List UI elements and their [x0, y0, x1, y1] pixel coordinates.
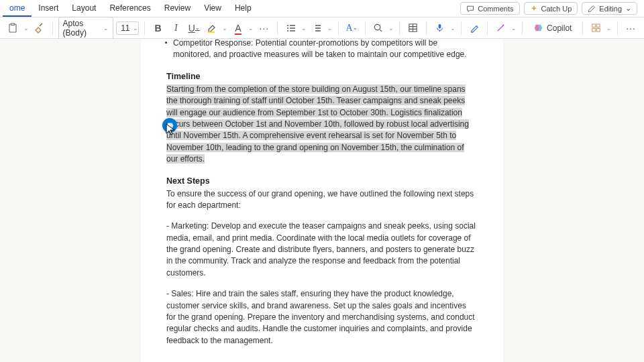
tab-insert[interactable]: Insert	[32, 1, 65, 17]
separator	[399, 21, 400, 35]
editing-mode-button[interactable]: Editing ⌄	[582, 2, 637, 15]
grid-icon	[591, 23, 601, 33]
format-painter-button[interactable]	[32, 19, 47, 37]
svg-rect-12	[592, 28, 596, 32]
chevron-down-icon[interactable]: ⌄	[450, 25, 455, 32]
mouse-cursor-icon	[166, 123, 176, 137]
paste-button[interactable]	[5, 19, 21, 37]
numbered-list-icon	[311, 23, 322, 34]
svg-rect-2	[208, 32, 215, 33]
addins-button[interactable]	[588, 19, 604, 37]
chevron-down-icon: ⌄	[133, 25, 138, 32]
separator	[426, 21, 427, 35]
menu-bar: ome Insert Layout References Review View…	[0, 0, 644, 17]
pencil-icon	[588, 5, 596, 13]
separator	[461, 21, 462, 35]
more-font-button[interactable]: ···	[256, 19, 272, 37]
styles-button[interactable]: A⌄	[344, 19, 360, 37]
separator	[338, 21, 339, 35]
heading-timeline[interactable]: Timeline	[166, 72, 478, 81]
font-family-value: Aptos (Body)	[63, 19, 101, 38]
more-toolbar-button[interactable]: ···	[623, 19, 639, 37]
chevron-down-icon: ⌄	[103, 25, 109, 32]
chevron-down-icon[interactable]: ⌄	[23, 25, 29, 32]
document-canvas[interactable]: Competitor Response: Potential counter‑p…	[0, 39, 644, 362]
bold-button[interactable]: B	[150, 19, 166, 37]
chevron-down-icon[interactable]: ⌄	[606, 25, 612, 32]
svg-point-3	[287, 25, 288, 26]
svg-point-5	[287, 30, 288, 32]
toolbar: ⌄ Aptos (Body) ⌄ 11 ⌄ B I U ⌄ ⌄ A ⌄ ··· …	[0, 17, 644, 39]
designer-button[interactable]	[493, 19, 508, 37]
tab-home[interactable]: ome	[3, 1, 32, 17]
svg-rect-13	[597, 28, 600, 32]
tab-layout[interactable]: Layout	[65, 1, 103, 17]
svg-rect-1	[11, 23, 15, 25]
chevron-down-icon[interactable]: ⌄	[511, 25, 517, 32]
copilot-label: Copilot	[547, 23, 572, 33]
chevron-down-icon[interactable]: ⌄	[327, 25, 333, 32]
comment-icon	[466, 5, 474, 13]
font-color-button[interactable]: A	[230, 19, 246, 37]
svg-rect-10	[592, 24, 596, 27]
menu-tabs: ome Insert Layout References Review View…	[3, 1, 258, 17]
numbering-button[interactable]	[309, 19, 325, 37]
paragraph-next-intro[interactable]: To ensure the success of our grand openi…	[166, 188, 478, 212]
heading-next-steps[interactable]: Next Steps	[166, 176, 478, 186]
svg-point-4	[287, 27, 288, 29]
chevron-down-icon[interactable]: ⌄	[301, 25, 307, 32]
tab-view[interactable]: View	[197, 1, 228, 17]
table-icon	[408, 23, 418, 33]
editor-button[interactable]	[467, 19, 482, 37]
highlighter-icon	[207, 23, 217, 34]
table-button[interactable]	[405, 19, 421, 37]
find-button[interactable]	[370, 19, 386, 37]
comments-label: Comments	[478, 5, 513, 13]
bullet-dot-icon	[165, 42, 167, 44]
paragraph-sales[interactable]: - Sales: Hire and train the sales staff,…	[166, 288, 478, 347]
separator	[365, 21, 366, 35]
editing-label: Editing	[599, 5, 622, 13]
dictate-button[interactable]	[432, 19, 447, 37]
document-page[interactable]: Competitor Response: Potential counter‑p…	[141, 39, 503, 362]
separator	[582, 21, 583, 35]
svg-point-9	[503, 25, 504, 26]
separator	[277, 21, 278, 35]
tab-references[interactable]: References	[103, 1, 157, 17]
italic-button[interactable]: I	[168, 19, 184, 37]
catchup-button[interactable]: Catch Up	[524, 2, 578, 15]
microphone-icon	[435, 23, 445, 33]
copilot-icon	[533, 23, 543, 33]
chevron-down-icon[interactable]: ⌄	[248, 25, 254, 32]
sparkle-icon	[530, 5, 538, 13]
bullet-item[interactable]: Competitor Response: Potential counter‑p…	[166, 39, 478, 61]
paragraph-marketing[interactable]: - Marketing: Develop and execute the tea…	[166, 221, 478, 279]
tab-help[interactable]: Help	[228, 1, 258, 17]
bullet-text: Competitor Response: Potential counter‑p…	[173, 39, 467, 59]
highlight-color-button[interactable]	[205, 19, 220, 37]
separator	[144, 21, 145, 35]
copilot-floating-bubble[interactable]	[162, 118, 177, 133]
editor-pen-icon	[470, 23, 480, 33]
menu-right-actions: Comments Catch Up Editing ⌄	[460, 2, 641, 15]
separator	[487, 21, 488, 35]
selected-text: Starting from the completion of the stor…	[166, 84, 469, 164]
comments-button[interactable]: Comments	[460, 2, 519, 15]
separator	[52, 21, 53, 35]
wand-icon	[496, 23, 506, 33]
svg-rect-11	[597, 24, 600, 27]
paragraph-timeline[interactable]: Starting from the completion of the stor…	[166, 84, 478, 166]
font-family-select[interactable]: Aptos (Body) ⌄	[58, 17, 114, 40]
svg-rect-8	[438, 24, 441, 29]
brush-icon	[34, 23, 44, 34]
chevron-down-icon[interactable]: ⌄	[222, 25, 227, 32]
underline-button[interactable]: U ⌄	[186, 19, 202, 37]
font-size-select[interactable]: 11 ⌄	[116, 21, 139, 35]
catchup-label: Catch Up	[541, 5, 572, 13]
separator	[617, 21, 618, 35]
tab-review[interactable]: Review	[158, 1, 197, 17]
bullet-list-icon	[286, 23, 297, 34]
copilot-button[interactable]: Copilot	[528, 21, 577, 34]
bullets-button[interactable]	[283, 19, 299, 37]
chevron-down-icon[interactable]: ⌄	[388, 25, 394, 32]
